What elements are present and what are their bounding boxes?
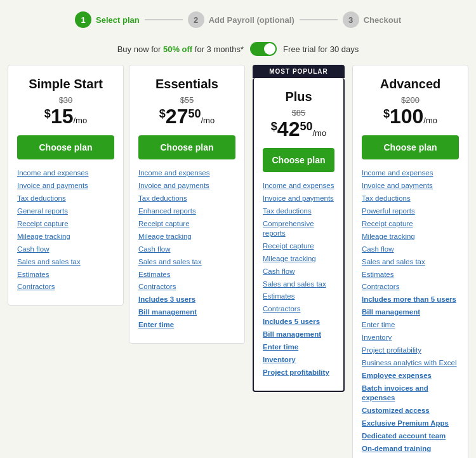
list-item[interactable]: Cash flow <box>362 245 459 254</box>
list-item[interactable]: Bill management <box>263 330 334 339</box>
list-item[interactable]: Includes 5 users <box>263 317 334 327</box>
list-item[interactable]: Estimates <box>263 292 334 301</box>
list-item[interactable]: Sales and sales tax <box>362 257 459 267</box>
plan-card-essentials: Essentials $55 $2750/mo Choose plan Inco… <box>129 65 245 344</box>
list-item[interactable]: Mileage tracking <box>138 232 235 241</box>
list-item[interactable]: Cash flow <box>138 245 235 254</box>
list-item[interactable]: Business analytics with Excel <box>362 358 459 368</box>
list-item[interactable]: Tax deductions <box>17 194 114 203</box>
feature-list-advanced: Income and expenses Invoice and payments… <box>362 168 459 458</box>
choose-btn-simple-start[interactable]: Choose plan <box>17 135 114 159</box>
list-item[interactable]: Contractors <box>17 282 114 292</box>
list-item[interactable]: Estimates <box>17 270 114 280</box>
list-item[interactable]: Contractors <box>138 282 235 292</box>
list-item[interactable]: Sales and sales tax <box>17 257 114 267</box>
list-item[interactable]: Enter time <box>138 320 235 330</box>
list-item[interactable]: Customized access <box>362 406 459 415</box>
list-item[interactable]: Estimates <box>362 270 459 280</box>
list-item[interactable]: Tax deductions <box>263 206 334 216</box>
list-item[interactable]: Tax deductions <box>138 194 235 203</box>
list-item[interactable]: On-demand training <box>362 444 459 454</box>
plan-name-essentials: Essentials <box>138 77 235 91</box>
list-item[interactable]: Includes 3 users <box>138 295 235 304</box>
choose-btn-essentials[interactable]: Choose plan <box>138 135 235 159</box>
amount-essentials: 27 <box>166 105 188 128</box>
plan-price-advanced: $100/mo <box>362 106 459 126</box>
per-mo-advanced: /mo <box>423 116 437 125</box>
list-item[interactable]: Income and expenses <box>362 168 459 178</box>
list-item[interactable]: Inventory <box>362 333 459 342</box>
step-1-circle: 1 <box>75 11 91 28</box>
list-item[interactable]: Sales and sales tax <box>263 280 334 289</box>
step-3: 3 Checkout <box>343 11 401 28</box>
list-item[interactable]: Income and expenses <box>263 181 334 191</box>
list-item[interactable]: Receipt capture <box>138 219 235 229</box>
list-item[interactable]: Project profitability <box>263 368 334 377</box>
list-item[interactable]: Mileage tracking <box>17 232 114 241</box>
list-item[interactable]: Dedicated account team <box>362 431 459 441</box>
toggle-suffix: for 3 months* <box>192 44 244 54</box>
list-item[interactable]: Contractors <box>362 282 459 292</box>
step-connector-1 <box>145 19 183 20</box>
list-item[interactable]: Receipt capture <box>263 241 334 251</box>
list-item[interactable]: Project profitability <box>362 346 459 355</box>
list-item[interactable]: Exclusive Premium Apps <box>362 419 459 428</box>
list-item[interactable]: Includes more than 5 users <box>362 295 459 304</box>
step-1-label: Select plan <box>96 15 140 25</box>
step-2: 2 Add Payroll (optional) <box>188 11 294 28</box>
toggle-left-text: Buy now for 50% off for 3 months* <box>117 44 244 54</box>
cents-essentials: 50 <box>188 107 201 120</box>
plan-name-simple-start: Simple Start <box>17 77 114 91</box>
step-connector-2 <box>300 19 338 20</box>
feature-list-plus: Income and expenses Invoice and payments… <box>263 181 334 377</box>
list-item[interactable]: Enter time <box>362 320 459 330</box>
list-item[interactable]: Receipt capture <box>362 219 459 229</box>
toggle-bar: Buy now for 50% off for 3 months* Free t… <box>0 37 476 65</box>
list-item[interactable]: Invoice and payments <box>362 181 459 191</box>
list-item[interactable]: Contractors <box>263 304 334 314</box>
list-item[interactable]: Income and expenses <box>17 168 114 178</box>
plan-name-advanced: Advanced <box>362 77 459 91</box>
step-2-label: Add Payroll (optional) <box>209 15 294 25</box>
step-3-circle: 3 <box>343 11 359 28</box>
list-item[interactable]: Receipt capture <box>17 219 114 229</box>
list-item[interactable]: Bill management <box>362 307 459 317</box>
plan-original-price-essentials: $55 <box>138 95 235 105</box>
list-item[interactable]: Invoice and payments <box>17 181 114 191</box>
list-item[interactable]: General reports <box>17 206 114 216</box>
list-item[interactable]: Cash flow <box>17 245 114 254</box>
discount-text: 50% off <box>163 44 192 54</box>
toggle-knob <box>264 43 275 55</box>
most-popular-badge: MOST POPULAR <box>253 65 345 78</box>
step-1: 1 Select plan <box>75 11 140 28</box>
amount-simple-start: 15 <box>51 105 74 128</box>
list-item[interactable]: Invoice and payments <box>263 194 334 203</box>
feature-list-simple-start: Income and expenses Invoice and payments… <box>17 168 114 292</box>
choose-btn-advanced[interactable]: Choose plan <box>362 135 459 159</box>
list-item[interactable]: Mileage tracking <box>362 232 459 241</box>
plan-name-plus: Plus <box>263 90 334 104</box>
list-item[interactable]: Tax deductions <box>362 194 459 203</box>
plan-card-simple-start: Simple Start $30 $15/mo Choose plan Inco… <box>8 65 124 306</box>
cents-plus: 50 <box>300 120 312 133</box>
list-item[interactable]: Invoice and payments <box>138 181 235 191</box>
billing-toggle[interactable] <box>250 42 277 56</box>
step-2-circle: 2 <box>188 11 204 28</box>
plan-price-essentials: $2750/mo <box>138 106 235 126</box>
list-item[interactable]: Enter time <box>263 342 334 352</box>
list-item[interactable]: Inventory <box>263 355 334 365</box>
step-3-label: Checkout <box>364 15 401 25</box>
list-item[interactable]: Batch invoices and expenses <box>362 384 459 403</box>
list-item[interactable]: Estimates <box>138 270 235 280</box>
list-item[interactable]: Income and expenses <box>138 168 235 178</box>
list-item[interactable]: Enhanced reports <box>138 206 235 216</box>
choose-btn-plus[interactable]: Choose plan <box>263 148 334 172</box>
list-item[interactable]: Comprehensive reports <box>263 219 334 238</box>
list-item[interactable]: Powerful reports <box>362 206 459 216</box>
list-item[interactable]: Mileage tracking <box>263 254 334 264</box>
list-item[interactable]: Bill management <box>138 307 235 317</box>
list-item[interactable]: Employee expenses <box>362 371 459 381</box>
list-item[interactable]: Sales and sales tax <box>138 257 235 267</box>
list-item[interactable]: Cash flow <box>263 267 334 276</box>
plan-original-price-plus: $85 <box>263 108 334 118</box>
